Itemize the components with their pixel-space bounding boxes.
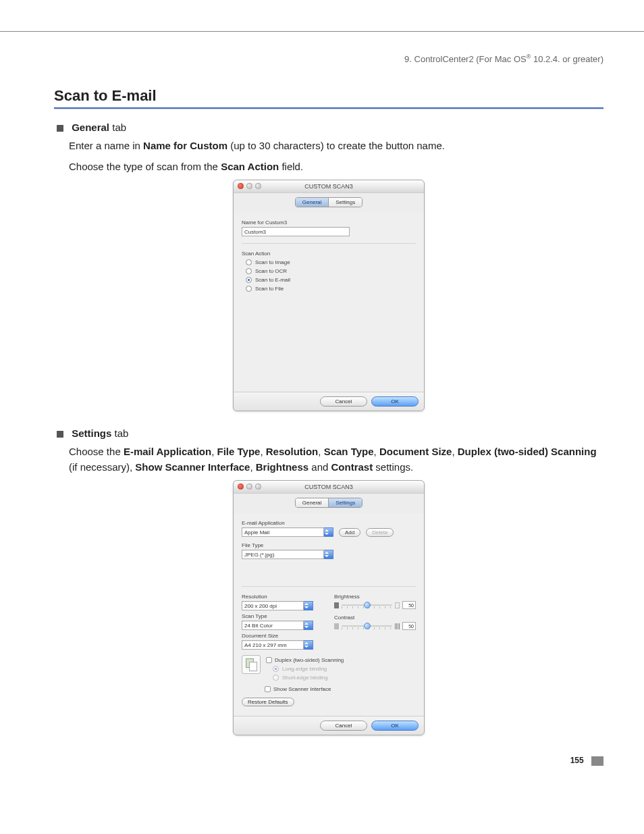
checkbox-icon: [266, 657, 272, 663]
tab-segment: General Settings: [295, 197, 363, 207]
tab-segment: General Settings: [295, 498, 363, 508]
tab-general[interactable]: General: [296, 198, 328, 207]
file-type-select[interactable]: JPEG (*.jpg): [242, 550, 416, 559]
radio-icon: [273, 666, 279, 672]
txt: Choose the type of scan from the: [69, 161, 221, 172]
scan-action-label: Scan Action: [242, 251, 416, 257]
radio-short-edge: Short-edge binding: [273, 675, 344, 681]
txt: field.: [279, 161, 303, 172]
txt: Enter a name in: [69, 140, 143, 151]
tab-general[interactable]: General: [296, 498, 328, 507]
resolution-value: 200 x 200 dpi: [242, 601, 304, 610]
radio-icon: [246, 286, 252, 292]
dropdown-icon: [304, 640, 313, 650]
name-for-custom-input[interactable]: Custom3: [242, 227, 350, 236]
email-app-select[interactable]: Apple Mail: [242, 527, 333, 537]
t: settings.: [373, 461, 413, 473]
brightness-value[interactable]: 50: [402, 601, 416, 609]
page-marker-icon: [591, 756, 603, 766]
add-button[interactable]: Add: [339, 528, 360, 537]
close-icon[interactable]: [238, 484, 244, 490]
name-for-custom-label: Name for Custom3: [242, 219, 416, 226]
radio-scan-to-image[interactable]: Scan to Image: [246, 259, 416, 265]
t: ,: [250, 461, 255, 473]
brightness-slider[interactable]: 50: [334, 601, 416, 609]
window-titlebar: CUSTOM SCAN3: [234, 481, 424, 494]
ok-button[interactable]: OK: [371, 721, 419, 731]
window-titlebar: CUSTOM SCAN3: [234, 180, 424, 193]
minimize-icon[interactable]: [246, 484, 252, 490]
page-number: 155: [570, 756, 584, 765]
top-border: [0, 0, 644, 32]
window-title: CUSTOM SCAN3: [304, 484, 352, 490]
settings-bold: Settings: [72, 427, 111, 439]
tb: Contrast: [331, 461, 373, 473]
radio-label: Scan to Image: [255, 259, 290, 265]
radio-icon: [246, 277, 252, 283]
tb: Document Size: [379, 446, 452, 457]
duplex-checkbox[interactable]: Duplex (two-sided) Scanning: [266, 657, 344, 663]
radio-icon: [246, 259, 252, 265]
scan-type-select[interactable]: 24 Bit Color: [242, 621, 323, 630]
settings-rest: tab: [111, 427, 128, 439]
light-icon: [395, 602, 400, 608]
zoom-icon[interactable]: [255, 183, 261, 189]
file-type-value: JPEG (*.jpg): [242, 550, 324, 559]
contrast-label: Contrast: [334, 615, 416, 621]
close-icon[interactable]: [238, 183, 244, 189]
dialog-custom-scan-settings: CUSTOM SCAN3 General Settings E-mail App…: [233, 480, 425, 735]
dark-icon: [334, 602, 339, 608]
section-title: Scan to E-mail: [54, 87, 603, 105]
general-line1: Enter a name in Name for Custom (up to 3…: [69, 138, 603, 154]
tb: Brightness: [256, 461, 308, 473]
general-line2: Choose the type of scan from the Scan Ac…: [69, 159, 603, 175]
txt-bold: Scan Action: [221, 161, 279, 172]
tb: File Type: [217, 446, 261, 457]
duplex-icon: [242, 655, 261, 674]
general-bold: General: [72, 122, 109, 133]
bullet-general: General tab: [54, 122, 603, 133]
divider: [242, 243, 416, 244]
dropdown-icon: [304, 621, 313, 630]
tab-settings[interactable]: Settings: [328, 198, 362, 207]
t: Choose the: [69, 446, 124, 457]
title-underline: [54, 107, 603, 109]
tb: Show Scanner Interface: [135, 461, 250, 473]
restore-defaults-button[interactable]: Restore Defaults: [242, 698, 294, 706]
general-rest: tab: [109, 122, 126, 133]
chapter-text-b: 10.2.4. or greater): [531, 54, 603, 64]
cancel-button[interactable]: Cancel: [320, 396, 367, 407]
doc-size-select[interactable]: A4 210 x 297 mm: [242, 640, 323, 650]
show-scanner-label: Show Scanner Interface: [273, 686, 331, 692]
tab-settings[interactable]: Settings: [328, 498, 362, 507]
radio-long-edge: Long-edge binding: [273, 666, 344, 672]
resolution-select[interactable]: 200 x 200 dpi: [242, 601, 323, 610]
radio-icon: [273, 675, 279, 681]
short-edge-label: Short-edge binding: [282, 675, 328, 681]
t: ,: [452, 446, 457, 457]
dropdown-icon: [324, 550, 333, 559]
tb: Resolution: [266, 446, 319, 457]
contrast-slider[interactable]: 50: [334, 622, 416, 630]
doc-size-value: A4 210 x 297 mm: [242, 640, 304, 650]
settings-line: Choose the E-mail Application, File Type…: [69, 444, 603, 475]
email-app-label: E-mail Application: [242, 520, 416, 526]
radio-scan-to-email[interactable]: Scan to E-mail: [246, 277, 416, 283]
txt-bold: Name for Custom: [143, 140, 227, 151]
minimize-icon[interactable]: [246, 183, 252, 189]
ok-button[interactable]: OK: [371, 396, 419, 407]
contrast-value[interactable]: 50: [402, 622, 416, 630]
radio-label: Scan to File: [255, 286, 284, 292]
radio-scan-to-ocr[interactable]: Scan to OCR: [246, 268, 416, 274]
resolution-label: Resolution: [242, 594, 323, 600]
delete-button[interactable]: Delete: [366, 528, 394, 537]
radio-label: Scan to E-mail: [255, 277, 290, 283]
radio-scan-to-file[interactable]: Scan to File: [246, 286, 416, 292]
square-bullet-icon: [57, 125, 63, 132]
zoom-icon[interactable]: [255, 484, 261, 490]
show-scanner-checkbox[interactable]: Show Scanner Interface: [265, 686, 416, 692]
t: ,: [211, 446, 217, 457]
cancel-button[interactable]: Cancel: [320, 721, 367, 731]
tb: E-mail Application: [124, 446, 211, 457]
traffic-lights: [238, 484, 261, 490]
